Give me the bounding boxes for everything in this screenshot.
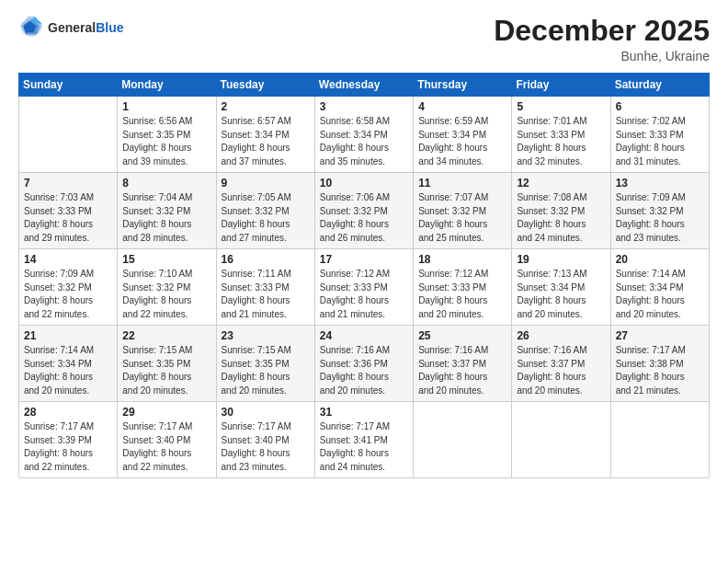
day-cell: 26Sunrise: 7:16 AMSunset: 3:37 PMDayligh… [512, 326, 610, 402]
day-number: 15 [122, 253, 210, 266]
day-cell: 4Sunrise: 6:59 AMSunset: 3:34 PMDaylight… [414, 97, 512, 173]
weekday-monday: Monday [118, 74, 216, 97]
day-number: 25 [418, 329, 506, 342]
day-number: 19 [517, 253, 605, 266]
day-cell: 1Sunrise: 6:56 AMSunset: 3:35 PMDaylight… [118, 97, 216, 173]
logo: GeneralBlue [18, 15, 123, 40]
day-cell: 6Sunrise: 7:02 AMSunset: 3:33 PMDaylight… [610, 97, 709, 173]
day-number: 3 [320, 100, 408, 113]
day-number: 10 [320, 177, 408, 190]
day-number: 1 [122, 100, 210, 113]
day-number: 22 [122, 329, 210, 342]
weekday-thursday: Thursday [414, 74, 512, 97]
week-row-1: 1Sunrise: 6:56 AMSunset: 3:35 PMDaylight… [19, 97, 710, 173]
day-cell: 21Sunrise: 7:14 AMSunset: 3:34 PMDayligh… [19, 326, 118, 402]
day-info: Sunrise: 7:12 AMSunset: 3:33 PMDaylight:… [320, 268, 408, 321]
location: Bunhe, Ukraine [494, 49, 710, 63]
day-info: Sunrise: 6:58 AMSunset: 3:34 PMDaylight:… [320, 115, 408, 168]
day-cell: 25Sunrise: 7:16 AMSunset: 3:37 PMDayligh… [414, 326, 512, 402]
day-info: Sunrise: 7:14 AMSunset: 3:34 PMDaylight:… [616, 268, 704, 321]
day-number: 12 [517, 177, 605, 190]
week-row-3: 14Sunrise: 7:09 AMSunset: 3:32 PMDayligh… [19, 249, 710, 326]
day-cell: 30Sunrise: 7:17 AMSunset: 3:40 PMDayligh… [216, 402, 314, 478]
day-number: 7 [24, 177, 112, 190]
day-cell [512, 402, 610, 478]
day-info: Sunrise: 7:06 AMSunset: 3:32 PMDaylight:… [320, 191, 408, 245]
day-cell: 11Sunrise: 7:07 AMSunset: 3:32 PMDayligh… [414, 173, 512, 249]
day-info: Sunrise: 7:04 AMSunset: 3:32 PMDaylight:… [122, 191, 210, 245]
week-row-4: 21Sunrise: 7:14 AMSunset: 3:34 PMDayligh… [19, 326, 710, 402]
day-number: 13 [616, 177, 704, 190]
weekday-wednesday: Wednesday [314, 74, 413, 97]
day-info: Sunrise: 7:03 AMSunset: 3:33 PMDaylight:… [24, 191, 112, 245]
day-info: Sunrise: 7:05 AMSunset: 3:32 PMDaylight:… [222, 191, 310, 245]
day-cell: 17Sunrise: 7:12 AMSunset: 3:33 PMDayligh… [314, 249, 413, 326]
day-number: 11 [418, 177, 506, 190]
day-cell: 24Sunrise: 7:16 AMSunset: 3:36 PMDayligh… [314, 326, 413, 402]
day-number: 23 [222, 329, 310, 342]
day-cell: 29Sunrise: 7:17 AMSunset: 3:40 PMDayligh… [118, 402, 216, 478]
day-info: Sunrise: 7:16 AMSunset: 3:37 PMDaylight:… [418, 344, 506, 397]
day-info: Sunrise: 6:59 AMSunset: 3:34 PMDaylight:… [418, 115, 506, 168]
day-cell: 16Sunrise: 7:11 AMSunset: 3:33 PMDayligh… [216, 249, 314, 326]
day-number: 30 [222, 406, 310, 419]
day-number: 6 [616, 100, 704, 113]
day-info: Sunrise: 7:08 AMSunset: 3:32 PMDaylight:… [517, 191, 605, 245]
logo-icon [18, 15, 44, 40]
day-number: 16 [222, 253, 310, 266]
month-title: December 2025 [494, 15, 710, 47]
day-info: Sunrise: 7:14 AMSunset: 3:34 PMDaylight:… [24, 344, 112, 397]
day-number: 28 [24, 406, 112, 419]
day-number: 2 [222, 100, 310, 113]
week-row-5: 28Sunrise: 7:17 AMSunset: 3:39 PMDayligh… [19, 402, 710, 478]
day-number: 18 [418, 253, 506, 266]
day-info: Sunrise: 7:17 AMSunset: 3:38 PMDaylight:… [616, 344, 704, 397]
day-number: 4 [418, 100, 506, 113]
day-info: Sunrise: 6:56 AMSunset: 3:35 PMDaylight:… [122, 115, 210, 168]
day-info: Sunrise: 7:16 AMSunset: 3:36 PMDaylight:… [320, 344, 408, 397]
day-cell: 28Sunrise: 7:17 AMSunset: 3:39 PMDayligh… [19, 402, 118, 478]
day-info: Sunrise: 7:12 AMSunset: 3:33 PMDaylight:… [418, 268, 506, 321]
day-cell: 13Sunrise: 7:09 AMSunset: 3:32 PMDayligh… [610, 173, 709, 249]
day-info: Sunrise: 7:15 AMSunset: 3:35 PMDaylight:… [122, 344, 210, 397]
day-cell: 7Sunrise: 7:03 AMSunset: 3:33 PMDaylight… [19, 173, 118, 249]
day-info: Sunrise: 7:11 AMSunset: 3:33 PMDaylight:… [222, 268, 310, 321]
day-cell: 27Sunrise: 7:17 AMSunset: 3:38 PMDayligh… [610, 326, 709, 402]
day-info: Sunrise: 7:17 AMSunset: 3:39 PMDaylight:… [24, 420, 112, 474]
day-number: 17 [320, 253, 408, 266]
day-cell [414, 402, 512, 478]
day-cell: 31Sunrise: 7:17 AMSunset: 3:41 PMDayligh… [314, 402, 413, 478]
day-cell: 12Sunrise: 7:08 AMSunset: 3:32 PMDayligh… [512, 173, 610, 249]
weekday-sunday: Sunday [19, 74, 118, 97]
day-number: 31 [320, 406, 408, 419]
day-info: Sunrise: 7:02 AMSunset: 3:33 PMDaylight:… [616, 115, 704, 168]
calendar-table: SundayMondayTuesdayWednesdayThursdayFrid… [18, 73, 710, 478]
day-number: 26 [517, 329, 605, 342]
day-cell [610, 402, 709, 478]
day-number: 24 [320, 329, 408, 342]
day-info: Sunrise: 7:09 AMSunset: 3:32 PMDaylight:… [24, 268, 112, 321]
day-cell [19, 97, 118, 173]
day-info: Sunrise: 7:16 AMSunset: 3:37 PMDaylight:… [517, 344, 605, 397]
day-number: 8 [122, 177, 210, 190]
day-number: 5 [517, 100, 605, 113]
weekday-header-row: SundayMondayTuesdayWednesdayThursdayFrid… [19, 74, 710, 97]
weekday-friday: Friday [512, 74, 610, 97]
day-info: Sunrise: 7:07 AMSunset: 3:32 PMDaylight:… [418, 191, 506, 245]
logo-blue: Blue [96, 20, 123, 35]
day-number: 27 [616, 329, 704, 342]
day-info: Sunrise: 7:17 AMSunset: 3:40 PMDaylight:… [222, 420, 310, 474]
day-info: Sunrise: 7:17 AMSunset: 3:41 PMDaylight:… [320, 420, 408, 474]
weekday-saturday: Saturday [610, 74, 709, 97]
day-cell: 5Sunrise: 7:01 AMSunset: 3:33 PMDaylight… [512, 97, 610, 173]
day-cell: 9Sunrise: 7:05 AMSunset: 3:32 PMDaylight… [216, 173, 314, 249]
day-info: Sunrise: 7:01 AMSunset: 3:33 PMDaylight:… [517, 115, 605, 168]
day-cell: 23Sunrise: 7:15 AMSunset: 3:35 PMDayligh… [216, 326, 314, 402]
weekday-tuesday: Tuesday [216, 74, 314, 97]
day-number: 9 [222, 177, 310, 190]
day-info: Sunrise: 7:15 AMSunset: 3:35 PMDaylight:… [222, 344, 310, 397]
logo-text: GeneralBlue [48, 20, 123, 35]
day-cell: 20Sunrise: 7:14 AMSunset: 3:34 PMDayligh… [610, 249, 709, 326]
title-block: December 2025 Bunhe, Ukraine [494, 15, 710, 63]
day-cell: 10Sunrise: 7:06 AMSunset: 3:32 PMDayligh… [314, 173, 413, 249]
